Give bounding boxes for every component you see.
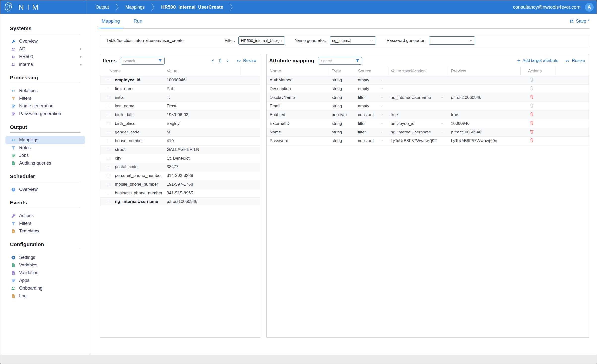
sidebar-item[interactable]: Apps: [5, 277, 85, 284]
items-search-input[interactable]: [123, 59, 158, 63]
table-row[interactable]: Email string empty: [267, 102, 589, 110]
sidebar-item[interactable]: Templates: [5, 227, 85, 235]
source-dropdown-icon[interactable]: [380, 78, 384, 82]
drag-handle-icon[interactable]: [106, 131, 111, 134]
breadcrumb-item[interactable]: Mappings: [125, 5, 145, 10]
delete-attribute-icon[interactable]: [529, 120, 534, 125]
expand-arrow-icon[interactable]: [79, 55, 83, 58]
filter-funnel-icon[interactable]: [356, 59, 360, 63]
sidebar-item[interactable]: Overview: [5, 186, 85, 193]
value-spec-dropdown-icon[interactable]: [440, 96, 444, 99]
table-row[interactable]: AuthMethod string empty: [267, 76, 589, 84]
source-dropdown-icon[interactable]: [380, 113, 384, 117]
table-row[interactable]: Name string filter: [267, 128, 589, 136]
page-prev-icon[interactable]: [211, 59, 215, 63]
source-dropdown-icon[interactable]: [380, 96, 384, 99]
delete-attribute-icon[interactable]: [529, 138, 534, 143]
table-row[interactable]: Description string empty: [267, 84, 589, 93]
drag-handle-icon[interactable]: [106, 78, 111, 82]
expand-arrow-icon[interactable]: [79, 63, 83, 66]
sidebar-item[interactable]: Jobs: [5, 152, 85, 159]
attribute-search-input[interactable]: [321, 59, 356, 63]
sidebar-item[interactable]: Auditing queries: [5, 159, 85, 167]
avatar[interactable]: A: [585, 3, 594, 12]
sidebar-item[interactable]: Validation: [5, 269, 85, 277]
source-dropdown-icon[interactable]: [380, 139, 384, 143]
value-spec-dropdown-icon[interactable]: [440, 130, 444, 134]
delete-attribute-icon[interactable]: [529, 103, 534, 108]
sidebar-item[interactable]: Onboarding: [5, 284, 85, 292]
table-row[interactable]: first_name Pat: [100, 84, 260, 93]
table-row[interactable]: birth_place Bagley: [100, 119, 260, 128]
delete-attribute-icon[interactable]: [529, 112, 534, 117]
table-row[interactable]: DisplayName string filter: [267, 93, 589, 102]
drag-handle-icon[interactable]: [106, 157, 111, 160]
drag-handle-icon[interactable]: [106, 122, 111, 125]
value-spec-dropdown-icon[interactable]: [440, 122, 444, 125]
items-resize-button[interactable]: Resize: [236, 58, 256, 63]
sidebar-item[interactable]: Variables: [5, 261, 85, 269]
sidebar-item[interactable]: AD: [5, 45, 85, 53]
sidebar-item[interactable]: Overview: [5, 37, 85, 45]
add-target-attribute-button[interactable]: + Add target attribute: [517, 58, 558, 64]
table-row[interactable]: street GALLAGHER LN: [100, 145, 260, 154]
table-row[interactable]: ng_internalUsername p.frost10060946: [100, 197, 260, 206]
sidebar-item[interactable]: Settings: [5, 254, 85, 261]
delete-attribute-icon[interactable]: [529, 94, 534, 99]
source-dropdown-icon[interactable]: [380, 122, 384, 125]
source-dropdown-icon[interactable]: [380, 104, 384, 108]
sidebar-item[interactable]: Name generation: [5, 102, 85, 110]
table-row[interactable]: Enabled boolean constant: [267, 110, 589, 119]
table-row[interactable]: employee_id 10060946: [100, 76, 260, 84]
source-dropdown-icon[interactable]: [380, 130, 384, 134]
drag-handle-icon[interactable]: [106, 191, 111, 195]
table-row[interactable]: ExternalID string filter: [267, 119, 589, 128]
drag-handle-icon[interactable]: [106, 174, 111, 177]
drag-handle-icon[interactable]: [106, 113, 111, 117]
page-indicator-icon[interactable]: [218, 59, 222, 63]
breadcrumb-item[interactable]: HR500_internal_UserCreate: [161, 4, 223, 10]
name-generator-select[interactable]: ng_internal: [330, 36, 376, 45]
password-generator-select[interactable]: [429, 36, 475, 45]
table-row[interactable]: initial T.: [100, 93, 260, 102]
attribute-search[interactable]: [318, 57, 362, 65]
drag-handle-icon[interactable]: [106, 200, 111, 203]
delete-attribute-icon[interactable]: [529, 86, 534, 91]
items-search[interactable]: [121, 57, 165, 65]
save-button[interactable]: Save *: [569, 19, 589, 24]
filter-funnel-icon[interactable]: [158, 59, 162, 63]
table-row[interactable]: Password string constant: [267, 136, 589, 145]
filter-select[interactable]: HR500_internal_User_Cre: [238, 36, 285, 45]
drag-handle-icon[interactable]: [106, 165, 111, 169]
drag-handle-icon[interactable]: [106, 104, 111, 108]
table-row[interactable]: city St. Benedict: [100, 154, 260, 163]
expand-arrow-icon[interactable]: [79, 47, 83, 51]
attribute-resize-button[interactable]: Resize: [565, 58, 585, 63]
delete-attribute-icon[interactable]: [529, 129, 534, 134]
table-row[interactable]: business_phone_number 341-515-8965: [100, 189, 260, 197]
table-row[interactable]: postal_code 38477: [100, 163, 260, 171]
sidebar-item[interactable]: Password generation: [5, 110, 85, 118]
drag-handle-icon[interactable]: [106, 96, 111, 99]
drag-handle-icon[interactable]: [106, 183, 111, 186]
sidebar-item[interactable]: HR500: [5, 53, 85, 61]
tab[interactable]: Run: [132, 14, 144, 28]
drag-handle-icon[interactable]: [106, 148, 111, 151]
sidebar-item[interactable]: internal: [5, 61, 85, 68]
sidebar-item[interactable]: Mappings: [5, 136, 85, 144]
sidebar-item[interactable]: Actions: [5, 212, 85, 220]
sidebar-item[interactable]: Filters: [5, 220, 85, 227]
table-row[interactable]: personal_phone_number 314-202-3288: [100, 171, 260, 180]
brand[interactable]: NIM: [0, 2, 87, 13]
page-next-icon[interactable]: [225, 59, 230, 63]
sidebar-item[interactable]: Log: [5, 292, 85, 300]
delete-attribute-icon[interactable]: [529, 77, 534, 82]
source-dropdown-icon[interactable]: [380, 87, 384, 91]
breadcrumb-item[interactable]: Output: [96, 5, 109, 10]
drag-handle-icon[interactable]: [106, 87, 111, 91]
tab[interactable]: Mapping: [100, 14, 121, 28]
table-row[interactable]: birth_date 1959-06-03: [100, 110, 260, 119]
table-row[interactable]: gender_code M: [100, 128, 260, 136]
sidebar-item[interactable]: Filters: [5, 95, 85, 102]
table-row[interactable]: house_number 419: [100, 136, 260, 145]
